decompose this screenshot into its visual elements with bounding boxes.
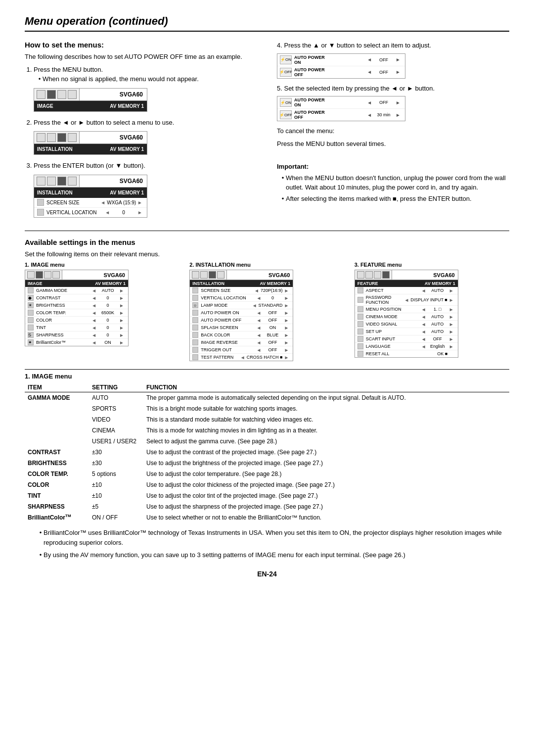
important-bullets: When the MENU button doesn't function, u… — [286, 173, 509, 204]
setting-video: VIDEO — [89, 414, 143, 425]
inst-row-testpattern: TEST PATTERN ◄ CROSS HATCH ■ ► — [190, 354, 293, 361]
item-contrast: CONTRAST — [25, 447, 89, 458]
important-title: Important: — [277, 162, 509, 172]
setting-brightness: ±30 — [89, 458, 143, 469]
img-row-tint: TINT ◄ 0 ► — [25, 324, 128, 331]
item-sharpness: SHARPNESS — [25, 501, 89, 512]
menu-box-2: SVGA60 INSTALLATION AV MEMORY 1 — [34, 131, 147, 155]
installation-menu-col: 2. INSTALLATION menu SVGA60 INSTALLATION… — [189, 262, 344, 361]
func-video: This is a standard mode suitable for wat… — [143, 414, 509, 425]
inst-row-trigger: TRIGGER OUT ◄ OFF ► — [190, 346, 293, 354]
menu-model-2: SVGA60 — [80, 132, 147, 143]
item-brilliantcolor: BrilliantColorTM — [25, 512, 89, 523]
icon-3c — [57, 177, 66, 186]
table-row-gamma-video: VIDEO This is a standard mode suitable f… — [25, 414, 509, 425]
page-title: Menu operation (continued) — [25, 15, 509, 32]
func-brightness: Use to adjust the brightness of the proj… — [143, 458, 509, 469]
func-user: Select to adjust the gamma curve. (See p… — [143, 436, 509, 447]
auto-power-off-row-2: ⚡OFF AUTO POWEROFF ◄ 30 min ► — [277, 109, 405, 121]
screen-size-icon — [37, 199, 44, 206]
menu-header-1: IMAGE AV MEMORY 1 — [34, 101, 147, 111]
menu1-label: 1. IMAGE menu — [25, 262, 179, 268]
how-to-set-title: How to set the menus: — [25, 41, 257, 49]
section-divider — [25, 231, 509, 231]
menu-box-1: SVGA60 IMAGE AV MEMORY 1 — [34, 88, 147, 112]
power-off-icon: ⚡OFF — [280, 68, 292, 77]
available-settings-intro: Set the following items on their relevan… — [25, 249, 509, 259]
important-bullet-1: When the MENU button doesn't function, u… — [286, 173, 509, 192]
func-color: Use to adjust the color thickness of the… — [143, 479, 509, 490]
inst-row-screensize: SCREEN SIZE ◄ 720P(16:9) ► — [190, 287, 293, 294]
setting-cinema: CINEMA — [89, 425, 143, 436]
icon-2c — [47, 177, 56, 186]
menu-row-vertical-location: VERTICAL LOCATION ◄ 0 ► — [34, 208, 147, 217]
setting-brilliantcolor: ON / OFF — [89, 512, 143, 523]
feat-row-password: PASSWORD FUNCTION ◄ DISPLAY INPUT ■ ► — [355, 294, 458, 306]
menu-header-2: INSTALLATION AV MEMORY 1 — [34, 144, 147, 154]
image-menu-box: SVGA60 IMAGE AV MEMORY 1 GAMMA MODE ◄ AU… — [25, 270, 129, 346]
menu-model-1: SVGA60 — [80, 89, 147, 100]
img-row-colortemp: COLOR TEMP. ◄ 6500K ► — [25, 309, 128, 317]
icon-1 — [37, 90, 45, 99]
page-number: EN-24 — [25, 570, 509, 578]
auto-power-box-1: ⚡ON AUTO POWERON ◄ OFF ► ⚡OFF AUTO POWER… — [277, 53, 405, 79]
table-bullet-1: BrilliantColor™ uses BrilliantColor™ tec… — [44, 528, 509, 547]
setting-colortemp: 5 options — [89, 469, 143, 479]
icon-1c — [37, 177, 45, 186]
inst-row-auto-power-off: AUTO POWER OFF ◄ OFF ► — [190, 317, 293, 324]
menu3-label: 3. FEATURE menu — [355, 262, 509, 268]
step-3: Press the ENTER button (or ▼ button). SV… — [34, 161, 257, 218]
table-row-gamma-auto: GAMMA MODE AUTO The proper gamma mode is… — [25, 392, 509, 404]
setting-user: USER1 / USER2 — [89, 436, 143, 447]
func-sports: This is a bright mode suitable for watch… — [143, 403, 509, 414]
setting-color: ±10 — [89, 479, 143, 490]
img-row-brilliantcolor: ✦ BrilliantColor™ ◄ ON ► — [25, 339, 128, 346]
cancel-note: To cancel the menu: — [277, 126, 509, 136]
feature-menu-box: SVGA60 FEATURE AV MEMORY 1 ASPECT ◄ AUTO… — [355, 270, 458, 358]
icon-2b — [47, 133, 56, 142]
col-function: FUNCTION — [143, 383, 509, 392]
img-row-color: COLOR ◄ 0 ► — [25, 317, 128, 324]
setting-sharpness: ±5 — [89, 501, 143, 512]
setting-contrast: ±30 — [89, 447, 143, 458]
table-bullets: BrilliantColor™ uses BrilliantColor™ tec… — [34, 528, 509, 560]
inst-row-vertical: VERTICAL LOCATION ◄ 0 ► — [190, 294, 293, 302]
table-row-brightness: BRIGHTNESS ±30 Use to adjust the brightn… — [25, 458, 509, 469]
menu-header-3: INSTALLATION AV MEMORY 1 — [34, 188, 147, 198]
table-row-brilliantcolor: BrilliantColorTM ON / OFF Use to select … — [25, 512, 509, 523]
img-row-sharpness: S SHARPNESS ◄ 0 ► — [25, 331, 128, 339]
image-menu-table-section: 1. IMAGE menu ITEM SETTING FUNCTION GAMM… — [25, 369, 509, 560]
inst-row-auto-power-on: AUTO POWER ON ◄ OFF ► — [190, 309, 293, 317]
icon-1b — [37, 133, 45, 142]
feat-row-scart: SCART INPUT ◄ OFF ► — [355, 335, 458, 343]
item-colortemp: COLOR TEMP. — [25, 469, 89, 479]
image-menu-model: SVGA60 — [62, 270, 128, 280]
important-bullet-2: After selecting the items marked with ■,… — [286, 194, 509, 204]
available-settings-title: Available settings in the menus — [25, 238, 509, 246]
how-to-set-intro: The following describes how to set AUTO … — [25, 52, 257, 62]
func-tint: Use to adjust the color tint of the proj… — [143, 490, 509, 501]
inst-row-splash: SPLASH SCREEN ◄ ON ► — [190, 324, 293, 331]
table-row-color: COLOR ±10 Use to adjust the color thickn… — [25, 479, 509, 490]
table-row-tint: TINT ±10 Use to adjust the color tint of… — [25, 490, 509, 501]
cancel-detail: Press the MENU button several times. — [277, 139, 509, 149]
feat-row-menupos: MENU POSITION ◄ 1. □ ► — [355, 306, 458, 313]
img-row-brightness: ☀ BRIGHTNESS ◄ 0 ► — [25, 302, 128, 309]
inst-row-imagereverse: IMAGE REVERSE ◄ OFF ► — [190, 339, 293, 346]
menu-box-3: SVGA60 INSTALLATION AV MEMORY 1 SCREEN S… — [34, 175, 147, 218]
table-bullet-2: By using the AV memory function, you can… — [44, 550, 509, 560]
auto-power-off-row: ⚡OFF AUTO POWEROFF ◄ OFF ► — [277, 66, 405, 78]
feature-menu-col: 3. FEATURE menu SVGA60 FEATURE AV MEMORY… — [355, 262, 509, 361]
item-empty-3 — [25, 425, 89, 436]
installation-menu-box: SVGA60 INSTALLATION AV MEMORY 1 SCREEN S… — [189, 270, 293, 361]
icon-4c — [68, 177, 77, 186]
power-on-icon: ⚡ON — [280, 55, 292, 64]
func-cinema: This is a mode for watching movies in di… — [143, 425, 509, 436]
feat-row-language: LANGUAGE ◄ English ► — [355, 343, 458, 350]
func-brilliantcolor: Use to select whether or not to enable t… — [143, 512, 509, 523]
item-empty-1 — [25, 403, 89, 414]
inst-row-lamp: ☼ LAMP MODE ◄ STANDARD ► — [190, 302, 293, 309]
auto-power-on-row: ⚡ON AUTO POWERON ◄ OFF ► — [277, 54, 405, 66]
step-1-bullet: When no signal is applied, the menu woul… — [43, 74, 257, 84]
item-color: COLOR — [25, 479, 89, 490]
